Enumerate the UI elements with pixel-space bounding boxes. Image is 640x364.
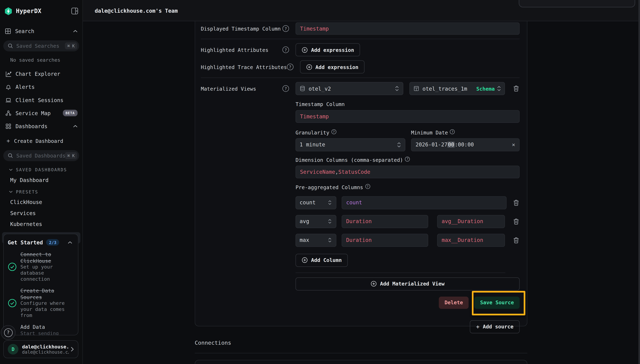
plus-circle-icon: [302, 47, 308, 53]
plus-circle-icon: [302, 257, 308, 263]
clear-icon[interactable]: ✕: [512, 142, 515, 148]
preaggregated-row: max Duration max__Duration: [296, 234, 520, 246]
timestamp-column-label: Timestamp Column: [296, 101, 520, 107]
collapse-sidebar-icon[interactable]: [71, 7, 78, 15]
brand-name: HyperDX: [16, 8, 42, 14]
help-icon[interactable]: ?: [405, 156, 410, 161]
selected-time-segment[interactable]: 00: [447, 142, 455, 148]
sidebar-item-client-sessions[interactable]: Client Sessions: [5, 94, 78, 106]
search-icon: [8, 43, 13, 49]
sidebar: HyperDX Search Saved Searches ⌘ K No sav…: [0, 0, 83, 364]
sidebar-item-dashboards[interactable]: Dashboards: [5, 120, 78, 132]
sidebar-item-services[interactable]: Services: [10, 210, 83, 216]
sidebar-item-search[interactable]: Search: [5, 26, 78, 36]
section-label: PRESETS: [16, 189, 38, 194]
add-expression-button[interactable]: Add expression: [296, 43, 360, 56]
alias-input[interactable]: max__Duration: [437, 234, 505, 246]
schema-link[interactable]: Schema: [476, 86, 497, 92]
chevron-up-icon[interactable]: [73, 30, 78, 32]
trash-icon[interactable]: [513, 218, 520, 225]
sidebar-item-service-map[interactable]: Service Map BETA: [5, 107, 78, 119]
table-select[interactable]: otel_traces_1m Schema: [409, 82, 505, 95]
saved-searches-input[interactable]: Saved Searches ⌘ K: [3, 40, 79, 52]
add-column-button[interactable]: Add Column: [296, 254, 348, 266]
table-icon: [414, 86, 419, 91]
chevron-up-icon[interactable]: [73, 124, 78, 128]
app-window: HyperDX Search Saved Searches ⌘ K No sav…: [0, 0, 640, 364]
button-label: Add Column: [311, 257, 342, 263]
field-label: Materialized Views: [201, 86, 256, 92]
aggregate-function-select[interactable]: avg: [296, 215, 336, 228]
aggregate-function-select[interactable]: max: [296, 234, 336, 246]
get-started-step-add-data[interactable]: 3 Add Data Start sending logs, metrics, …: [8, 324, 74, 335]
preaggregated-row: avg Duration avg__Duration: [296, 215, 520, 228]
select-value: max: [300, 237, 309, 243]
alias-input[interactable]: avg__Duration: [437, 215, 505, 228]
divider: [201, 39, 520, 39]
sidebar-item-chart-explorer[interactable]: Chart Explorer: [5, 68, 78, 80]
expression-input[interactable]: Duration: [342, 234, 428, 246]
topbar: dale@clickhouse.com's Team: [83, 0, 640, 21]
get-started-title: Get Started: [8, 239, 43, 245]
minimum-date-label: Minimum Date?: [411, 129, 520, 136]
help-icon[interactable]: ?: [331, 129, 336, 134]
granularity-label: Granularity?: [296, 129, 405, 136]
help-icon[interactable]: ?: [287, 64, 294, 70]
sidebar-item-my-dashboard[interactable]: My Dashboard: [10, 177, 83, 183]
input-value: ServiceName: [300, 169, 335, 175]
sidebar-item-clickhouse[interactable]: ClickHouse: [10, 199, 83, 205]
saved-dashboards-input[interactable]: Saved Dashboards ⌘ K: [3, 150, 79, 161]
check-circle-icon: [8, 298, 17, 308]
trash-icon[interactable]: [513, 199, 520, 206]
user-email: dale@clickhouse.c…: [22, 350, 69, 355]
select-value: otel_v2: [309, 86, 331, 92]
trash-icon[interactable]: [513, 85, 520, 92]
add-expression-button[interactable]: Add expression: [300, 60, 365, 74]
get-started-step-connect[interactable]: Connect to ClickHouse Set up your databa…: [8, 251, 74, 282]
step-description: Configure where your data comes from: [21, 300, 74, 318]
sidebar-item-kubernetes[interactable]: Kubernetes: [10, 221, 83, 227]
preaggregated-columns-label: Pre-aggregated Columns?: [296, 184, 520, 190]
help-icon[interactable]: ?: [282, 25, 289, 32]
saved-dashboards-section[interactable]: SAVED DASHBOARDS: [9, 167, 83, 172]
input-value: Timestamp: [300, 113, 329, 120]
beta-badge: BETA: [63, 110, 78, 116]
select-value: count: [300, 200, 316, 206]
form-actions: Delete Save Source: [201, 296, 520, 308]
avatar: D: [8, 344, 18, 354]
delete-button[interactable]: Delete: [439, 296, 469, 308]
save-source-button[interactable]: Save Source: [474, 296, 520, 308]
add-materialized-view-button[interactable]: Add Materialized View: [296, 277, 520, 290]
squares-icon: [5, 123, 12, 129]
saved-dashboards-placeholder: Saved Dashboards: [16, 152, 65, 158]
presets-section[interactable]: PRESETS: [9, 189, 83, 194]
scrollbar[interactable]: [638, 0, 640, 364]
create-dashboard-button[interactable]: + Create Dashboard: [7, 136, 78, 146]
get-started-step-sources[interactable]: Create Data Sources Configure where your…: [8, 288, 74, 318]
dimension-columns-input[interactable]: ServiceName, StatusCode: [296, 166, 520, 178]
granularity-select[interactable]: 1 minute: [296, 138, 405, 151]
help-icon[interactable]: ?: [282, 46, 289, 53]
add-source-button[interactable]: + Add source: [470, 320, 520, 333]
displayed-timestamp-input[interactable]: Timestamp: [296, 22, 520, 35]
minimum-date-input[interactable]: 2026-01-27 00:00:00 ✕: [411, 138, 520, 151]
help-icon[interactable]: ?: [282, 85, 289, 92]
expression-input[interactable]: Duration: [342, 215, 428, 228]
timestamp-column-input[interactable]: Timestamp: [296, 110, 520, 123]
notification-pill: [519, 0, 635, 7]
chevron-up-icon[interactable]: [68, 241, 72, 244]
expression-input[interactable]: count: [342, 196, 506, 209]
help-icon[interactable]: ?: [450, 129, 455, 134]
input-value: Duration: [346, 218, 372, 224]
help-icon[interactable]: ?: [365, 184, 370, 189]
sidebar-item-alerts[interactable]: Alerts: [5, 81, 78, 93]
arrow-right-icon: →: [70, 333, 74, 336]
database-select[interactable]: otel_v2: [296, 82, 403, 95]
trash-icon[interactable]: [513, 237, 520, 244]
highlighted-attributes-row: Highlighted Attributes ? Add expression: [201, 43, 520, 56]
user-account-button[interactable]: D dale@clickhouse.… dale@clickhouse.c…: [3, 340, 78, 358]
aggregate-function-select[interactable]: count: [296, 196, 336, 209]
help-button[interactable]: ?: [1, 325, 16, 340]
input-value: ,: [335, 169, 338, 175]
no-saved-searches-text: No saved searches: [10, 57, 83, 63]
